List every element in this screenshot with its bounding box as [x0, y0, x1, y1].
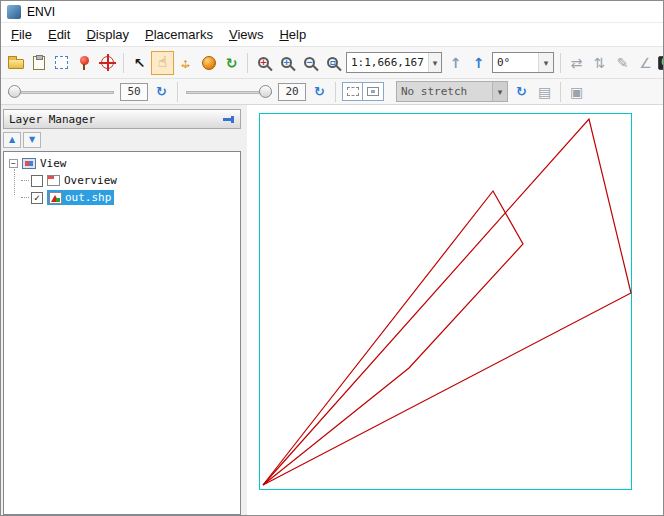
menu-views[interactable]: Views — [221, 25, 271, 44]
shapefile-icon — [49, 192, 62, 204]
up-arrow-icon: ▲ — [9, 136, 15, 144]
pan-arrows-button[interactable]: ↔↕ — [174, 51, 197, 75]
tree-row-outshp[interactable]: ✓ out.shp — [21, 189, 240, 206]
refresh-icon: ↻ — [516, 85, 527, 98]
menubar: File Edit Display Placemarks Views Help — [1, 23, 663, 47]
menu-display[interactable]: Display — [78, 25, 137, 44]
angle-icon: ∠ — [639, 56, 652, 70]
menu-edit[interactable]: Edit — [40, 25, 78, 44]
toolbar-separator — [335, 82, 336, 102]
view-icon — [22, 158, 36, 169]
checkmark-icon: ✓ — [34, 193, 40, 203]
tree-row-view[interactable]: − View — [7, 155, 240, 172]
flicker-icon: ⇅ — [594, 56, 606, 70]
fly-to-button[interactable]: ↑ — [467, 51, 490, 75]
image-view[interactable] — [247, 105, 663, 515]
transparency-input[interactable] — [120, 83, 148, 101]
pencil-icon: ✎ — [617, 56, 629, 70]
overview-checkbox[interactable] — [31, 175, 43, 187]
histogram-button[interactable]: ▤ — [533, 80, 556, 104]
corner-box-icon — [367, 87, 379, 96]
toolbar-separator — [123, 53, 124, 73]
outshp-checkbox[interactable]: ✓ — [31, 192, 43, 204]
dropdown-arrow-icon[interactable]: ▾ — [428, 53, 441, 72]
vector-display — [247, 105, 663, 515]
corner-box-tool-button[interactable] — [363, 82, 384, 101]
zoom-ratio-combo[interactable]: 1:1,666,167 ▾ — [346, 52, 442, 73]
slider-knob[interactable] — [8, 85, 21, 98]
histogram-icon: ▤ — [538, 85, 551, 99]
zoom-box-button[interactable] — [321, 51, 344, 75]
view-label: View — [40, 157, 67, 170]
view-extent-border — [260, 114, 632, 490]
dashed-box-icon — [347, 87, 359, 96]
overview-layer-icon — [47, 175, 60, 186]
zoom-in-fixed-button[interactable]: + — [275, 51, 298, 75]
open-file-button[interactable] — [4, 51, 27, 75]
rotate-icon: ↻ — [226, 56, 238, 70]
slider-track — [8, 91, 114, 94]
globe-icon — [202, 56, 216, 70]
menu-help[interactable]: Help — [271, 25, 314, 44]
dashed-box-tool-button[interactable] — [342, 82, 363, 101]
refresh-icon: ↻ — [314, 85, 325, 98]
data-manager-button[interactable] — [27, 51, 50, 75]
crosshair-button[interactable] — [96, 51, 119, 75]
minus-glyph: − — [11, 160, 16, 168]
brightness-input[interactable] — [278, 83, 306, 101]
view-children: Overview ✓ out.shp — [7, 172, 240, 206]
transparency-slider[interactable] — [8, 82, 114, 102]
stretch-value: No stretch — [397, 86, 492, 97]
brightness-slider[interactable] — [186, 82, 272, 102]
placemark-button[interactable] — [73, 51, 96, 75]
collapse-toggle-icon[interactable]: − — [9, 159, 18, 168]
overview-label: Overview — [64, 174, 117, 187]
stretch-combo[interactable]: No stretch ▾ — [396, 81, 508, 102]
orbit-tool-button[interactable] — [197, 51, 220, 75]
layer-down-button[interactable]: ▼ — [23, 132, 41, 148]
menu-file[interactable]: File — [3, 25, 40, 44]
menu-placemarks[interactable]: Placemarks — [137, 25, 221, 44]
refresh-brightness-button[interactable]: ↻ — [308, 80, 331, 104]
select-tool-button[interactable]: ↖ — [128, 51, 151, 75]
zoom-in-icon: + — [258, 57, 269, 68]
chip-view-button[interactable] — [50, 51, 73, 75]
layer-up-button[interactable]: ▲ — [3, 132, 21, 148]
pan-tool-button[interactable]: ☝ — [151, 51, 174, 75]
stretch-on-view-button[interactable]: ▣ — [565, 80, 588, 104]
previous-view-button[interactable]: ↑ — [444, 51, 467, 75]
flicker-button[interactable]: ⇅ — [588, 51, 611, 75]
zoom-in-button[interactable]: + — [252, 51, 275, 75]
fly-to-icon: ↑ — [473, 56, 485, 70]
mensuration-button[interactable]: ∠ — [634, 51, 657, 75]
chip-icon — [55, 56, 68, 69]
outshp-label: out.shp — [65, 191, 111, 204]
rotation-combo[interactable]: 0° ▾ — [492, 52, 554, 73]
refresh-stretch-button[interactable]: ↻ — [510, 80, 533, 104]
cursor-value-button[interactable]: 008 — [657, 51, 664, 75]
clipboard-icon — [33, 56, 45, 70]
refresh-transparency-button[interactable]: ↻ — [150, 80, 173, 104]
selected-layer-highlight[interactable]: out.shp — [47, 190, 114, 205]
slider-knob[interactable] — [259, 85, 272, 98]
rotation-value: 0° — [493, 57, 538, 68]
dropdown-arrow-icon[interactable]: ▾ — [492, 82, 507, 101]
stretch-view-icon: ▣ — [570, 85, 583, 99]
link-views-button[interactable]: ⇄ — [565, 51, 588, 75]
main-toolbar: ↖ ☝ ↔↕ ↻ + + − 1:1,666,167 ▾ ↑ ↑ 0° ▾ ⇄ … — [1, 47, 663, 79]
dock-pin-icon[interactable] — [222, 113, 235, 125]
refresh-icon: ↻ — [156, 85, 167, 98]
zoom-ratio-value: 1:1,666,167 — [347, 57, 428, 68]
zoom-box-icon — [327, 57, 338, 68]
tree-row-overview[interactable]: Overview — [21, 172, 240, 189]
layer-order-buttons: ▲ ▼ — [3, 129, 247, 151]
rotate-tool-button[interactable]: ↻ — [220, 51, 243, 75]
zoom-out-button[interactable]: − — [298, 51, 321, 75]
display-toolbar: ↻ ↻ No stretch ▾ ↻ ▤ ▣ — [1, 79, 663, 105]
annotation-button[interactable]: ✎ — [611, 51, 634, 75]
dropdown-arrow-icon[interactable]: ▾ — [538, 53, 553, 72]
up-arrow-icon: ↑ — [450, 56, 462, 70]
toolbar-separator — [177, 82, 178, 102]
open-folder-icon — [8, 59, 24, 69]
layer-manager-header[interactable]: Layer Manager — [3, 109, 241, 129]
